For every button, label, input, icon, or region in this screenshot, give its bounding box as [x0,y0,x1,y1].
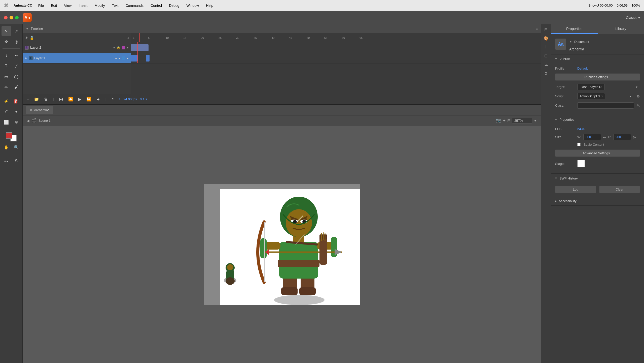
scale-content-label[interactable]: Scale Content [577,143,604,146]
maximize-button[interactable] [15,16,19,19]
swf-history-header[interactable]: ▼ SWF History [551,174,644,183]
vert-icon-6[interactable]: ⚙ [543,70,549,77]
line-tool[interactable]: ╱ [12,61,21,71]
layer-1-visibility[interactable]: ● [115,56,117,60]
go-first-frame[interactable]: ⏮ [58,96,64,103]
menu-text[interactable]: Text [112,4,119,8]
zoom-tool[interactable]: 🔍 [12,142,21,152]
accessibility-header[interactable]: ▶ Accessibility [551,196,644,205]
vert-icon-2[interactable]: 🎨 [543,35,550,42]
workspace-selector[interactable]: Classic ▾ [626,16,640,20]
class-input[interactable] [577,102,634,109]
timeline-collapse-icon[interactable]: ▼ [26,27,29,31]
oval-tool[interactable]: ◯ [12,72,21,81]
fill-color-swatch[interactable] [6,132,12,139]
menu-window[interactable]: Window [186,4,199,8]
publish-settings-button[interactable]: Publish Settings... [555,73,640,81]
timeline-options-icon[interactable]: ≡ [536,27,538,31]
eyedropper-tool[interactable]: ✦ [12,107,21,116]
delete-layer-button[interactable]: 🗑 [43,96,49,103]
frame-cell-1b[interactable] [146,55,150,62]
ink-bottle-tool[interactable]: 🖊 [2,107,11,116]
rectangle-tool[interactable]: ▭ [2,72,11,81]
edit-class-icon[interactable]: ✎ [637,104,640,108]
pencil-tool[interactable]: ✏ [2,82,11,92]
canvas-area[interactable] [23,126,541,363]
menu-help[interactable]: Help [206,4,213,8]
minimize-button[interactable] [10,16,13,19]
link-wh-icon[interactable]: ⇔ [603,135,606,139]
layer-2-visibility[interactable]: ● [113,46,115,49]
tool-row-1: ↖ ↗ [2,26,21,36]
stage-color-swatch[interactable] [577,160,585,167]
paint-bucket-tool[interactable]: ⛽ [12,96,21,106]
menu-control[interactable]: Control [151,4,162,8]
apple-menu[interactable]: ⌘ [4,3,9,8]
text-tool[interactable]: T [2,61,11,71]
frame-cell-1a[interactable] [131,55,137,62]
close-button[interactable] [4,16,8,19]
timeline-frames-area[interactable] [131,42,541,94]
menu-edit[interactable]: Edit [51,4,57,8]
color-stack[interactable] [6,132,17,141]
lasso-tool[interactable]: ⌇ [2,51,11,60]
go-next-frame[interactable]: ⏩ [85,96,92,103]
script-select[interactable]: ActionScript 3.0 [577,93,605,99]
vert-icon-3[interactable]: i [545,44,548,50]
layer-2-name[interactable]: Layer 2 [30,46,112,49]
selection-tool[interactable]: ↖ [2,26,11,36]
add-layer-button[interactable]: + [26,96,30,103]
menu-insert[interactable]: Insert [79,4,87,8]
fps-value[interactable]: 24.00 [577,127,586,131]
menu-file[interactable]: File [38,4,44,8]
layer-item-2[interactable]: L Layer 2 ● 🔒 ● [23,42,131,53]
publish-section-header[interactable]: ▼ Publish [551,54,644,64]
eraser-tool[interactable]: ⬜ [2,117,11,127]
width-input[interactable] [583,134,601,140]
layer-1-name[interactable]: Layer 1 [34,56,114,60]
bone-tool[interactable]: ⚡ [2,96,11,106]
brush-tool[interactable]: 🖌 [12,82,21,92]
menu-view[interactable]: View [64,4,71,8]
gradient-transform-tool[interactable]: ◎ [12,37,21,46]
frame-row-1[interactable] [131,53,541,64]
frame-row-2[interactable] [131,42,541,53]
tab-library[interactable]: Library [598,24,644,34]
brush-size-tool[interactable]: ✏● [2,156,11,166]
go-last-frame[interactable]: ⏭ [95,96,101,103]
clear-button[interactable]: Clear [599,186,640,193]
pen-tool[interactable]: ✒ [12,51,21,60]
loop-button[interactable]: ↻ [110,96,116,103]
properties-section-header[interactable]: ▼ Properties [551,115,644,124]
menu-modify[interactable]: Modify [94,4,105,8]
app-name[interactable]: Animate CC [14,4,32,7]
target-select[interactable]: Flash Player 13 [577,84,605,90]
height-input[interactable] [613,134,631,140]
menu-commands[interactable]: Commands [125,4,144,8]
menu-debug[interactable]: Debug [169,4,179,8]
width-tool[interactable]: ≋ [12,117,21,127]
tab-close-icon[interactable]: ✕ [30,108,32,112]
advanced-settings-button[interactable]: Advanced Settings... [555,149,640,157]
vert-icon-5[interactable]: ☁ [543,61,549,68]
tab-properties[interactable]: Properties [551,24,598,34]
add-folder-button[interactable]: 📁 [33,96,40,103]
go-prev-frame[interactable]: ⏪ [67,96,74,103]
play-button[interactable]: ▶ [77,96,82,103]
frame-cell-2[interactable] [131,44,149,51]
scale-content-checkbox[interactable] [577,143,581,146]
vert-icon-4[interactable]: ⊞ [543,52,549,59]
file-tab[interactable]: ✕ Archer.fla* [26,106,53,114]
subselection-tool[interactable]: ↗ [12,26,21,36]
free-transform-tool[interactable]: ✥ [2,37,11,46]
zoom-input[interactable] [512,118,532,124]
log-button[interactable]: Log [555,186,596,193]
back-icon[interactable]: ◀ [27,119,29,123]
snap-tool[interactable]: S [12,156,21,166]
hand-tool[interactable]: ✋ [2,142,11,152]
script-settings-icon[interactable]: ⚙ [637,94,640,98]
zoom-dropdown-icon[interactable]: ▼ [534,119,537,123]
vert-icon-1[interactable]: ⊞ [543,26,549,33]
layer-item-1[interactable]: ✏ L Layer 1 ● ● ● [23,53,131,64]
layer-2-lock[interactable]: 🔒 [117,46,120,49]
